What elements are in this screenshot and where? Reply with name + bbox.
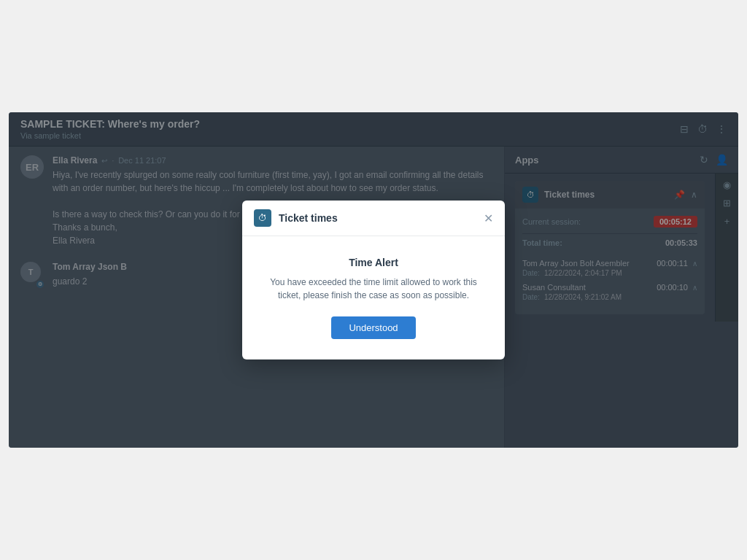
modal-overlay: ⏱ Ticket times ✕ Time Alert You have exc… — [9, 112, 738, 448]
modal-ticket-times-icon: ⏱ — [254, 209, 271, 227]
main-window: SAMPLE TICKET: Where's my order? Via sam… — [9, 112, 738, 448]
alert-text: You have exceeded the time limit allowed… — [260, 276, 487, 302]
modal-header: ⏱ Ticket times ✕ — [242, 201, 505, 236]
understood-button[interactable]: Understood — [331, 316, 415, 339]
modal-close-button[interactable]: ✕ — [484, 211, 493, 225]
modal-body: Time Alert You have exceeded the time li… — [242, 236, 505, 359]
modal-title: Ticket times — [279, 212, 338, 224]
modal-header-left: ⏱ Ticket times — [254, 209, 338, 227]
app-container: SAMPLE TICKET: Where's my order? Via sam… — [0, 0, 747, 560]
alert-title: Time Alert — [260, 257, 487, 268]
time-alert-modal: ⏱ Ticket times ✕ Time Alert You have exc… — [242, 201, 505, 359]
